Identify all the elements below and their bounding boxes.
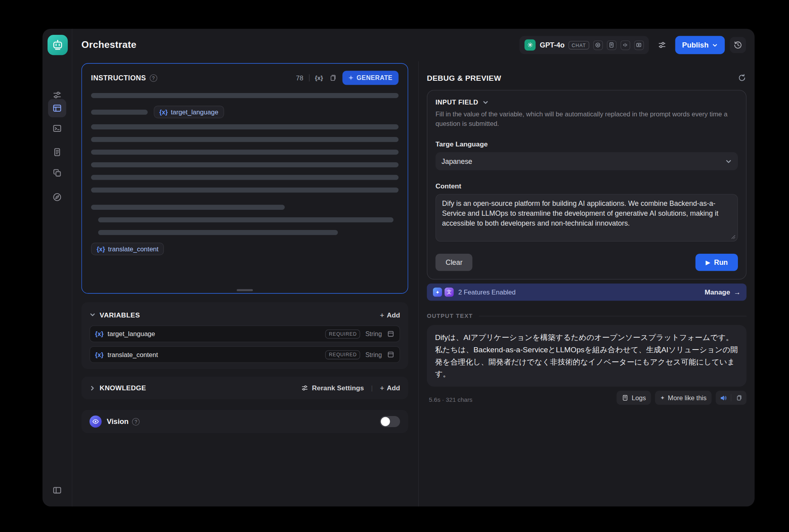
more-like-this-label: More like this	[668, 394, 707, 401]
collapse-sidebar-icon[interactable]	[52, 485, 63, 496]
variable-name: target_language	[108, 330, 155, 338]
skeleton-line	[91, 188, 398, 193]
char-count: 78	[296, 74, 303, 82]
add-variable-button[interactable]: + Add	[380, 311, 400, 319]
feature-sparkle-icon: ✦	[433, 288, 442, 297]
audio-capability-icon	[620, 40, 630, 50]
toggle-knob	[381, 417, 390, 426]
rail-item-terminal[interactable]	[52, 124, 63, 134]
divider	[309, 74, 309, 82]
variable-row-translate-content[interactable]: {x} translate_content REQUIRED String	[90, 346, 400, 363]
instructions-editor[interactable]: INSTRUCTIONS ? 78 {x} ✦ GENERATE	[82, 63, 408, 294]
clear-button[interactable]: Clear	[435, 254, 473, 271]
copy-prompt-icon[interactable]	[329, 74, 337, 82]
variable-chip-translate-content[interactable]: {x} translate_content	[91, 243, 164, 255]
run-button[interactable]: ▶ Run	[696, 254, 738, 271]
variables-title: VARIABLES	[100, 311, 140, 319]
vision-capability-icon	[593, 40, 602, 50]
generate-button[interactable]: ✦ GENERATE	[342, 71, 398, 85]
variable-icon: {x}	[95, 330, 103, 337]
topbar-right: ✳ GPT-4o CHAT	[520, 36, 746, 54]
chevron-right-icon[interactable]	[90, 385, 95, 391]
chevron-down-icon	[482, 99, 488, 105]
output-actions-pill	[716, 391, 747, 405]
content-textarea[interactable]: Dify is an open-source platform for buil…	[435, 194, 738, 241]
more-like-this-button[interactable]: ✦ More like this	[655, 391, 712, 405]
add-knowledge-button[interactable]: + Add	[380, 384, 400, 392]
variable-icon: {x}	[97, 245, 105, 253]
chevron-down-icon[interactable]	[90, 312, 95, 318]
vision-toggle[interactable]	[380, 416, 400, 427]
rail-item-explore-compass[interactable]	[52, 192, 63, 202]
plus-icon: +	[380, 311, 384, 319]
content-value: Dify is an open-source platform for buil…	[442, 199, 718, 227]
debug-preview-panel: DEBUG & PREVIEW INPUT FIELD Fill in the …	[418, 61, 755, 507]
target-language-value: Japanese	[442, 157, 473, 165]
output-text-title: OUTPUT TEXT	[427, 313, 473, 319]
orchestrate-settings-icon[interactable]	[52, 90, 63, 100]
rerank-label: Rerank Settings	[312, 384, 364, 391]
target-language-select[interactable]: Japanese	[435, 152, 738, 170]
prompt-text-skeleton: {x} target_language {x} translate_conten…	[91, 93, 398, 255]
vision-label: Vision	[107, 418, 128, 426]
copy-output-icon[interactable]	[731, 391, 746, 405]
page-title: Orchestrate	[82, 40, 137, 51]
add-label: Add	[387, 384, 400, 391]
variable-icon: {x}	[95, 351, 103, 358]
rerank-settings-button[interactable]: Rerank Settings	[301, 384, 364, 391]
skeleton-line	[91, 150, 398, 155]
output-text: Difyは、AIアプリケーションを構築するためのオープンソースプラットフォームで…	[435, 333, 738, 378]
input-field-title: INPUT FIELD	[435, 99, 478, 106]
left-rail	[42, 29, 72, 507]
output-footer: 5.6s · 321 chars Logs ✦ More like this	[427, 391, 747, 405]
resize-corner-icon[interactable]	[731, 234, 735, 239]
manage-label: Manage	[705, 288, 730, 296]
plus-icon: +	[380, 384, 384, 392]
variable-row-target-language[interactable]: {x} target_language REQUIRED String	[90, 325, 400, 342]
run-label: Run	[714, 258, 728, 266]
orchestrate-panel: INSTRUCTIONS ? 78 {x} ✦ GENERATE	[72, 61, 418, 507]
divider: |	[371, 384, 373, 391]
clear-label: Clear	[446, 258, 463, 266]
resize-handle[interactable]	[237, 289, 253, 291]
model-name: GPT-4o	[540, 41, 565, 49]
stage: Orchestrate ✳ GPT-4o CHAT	[0, 0, 789, 532]
parameters-icon[interactable]	[654, 37, 670, 53]
edit-variable-icon[interactable]	[387, 330, 394, 338]
knowledge-title: KNOWLEDGE	[100, 384, 146, 391]
vision-eye-icon	[90, 416, 102, 428]
rerank-sliders-icon	[301, 384, 309, 391]
instructions-title: INSTRUCTIONS	[91, 74, 146, 82]
skeleton-line	[91, 137, 398, 142]
add-label: Add	[387, 311, 400, 319]
speaker-icon[interactable]	[716, 391, 731, 405]
input-field-card: INPUT FIELD Fill in the value of the var…	[427, 90, 747, 279]
history-clock-icon	[734, 40, 743, 49]
variable-chip-label: translate_content	[108, 245, 158, 253]
chevron-down-icon	[725, 158, 732, 165]
insert-variable-icon[interactable]: {x}	[315, 74, 323, 82]
rail-item-orchestrate-active[interactable]	[48, 99, 66, 117]
features-enabled-bar[interactable]: ✦ 文 2 Features Enabled Manage →	[427, 283, 747, 300]
skeleton-line	[91, 109, 148, 114]
arrow-right-icon: →	[734, 288, 740, 296]
manage-features-button[interactable]: Manage →	[705, 288, 740, 296]
edit-variable-icon[interactable]	[387, 351, 394, 358]
publish-label: Publish	[682, 41, 709, 49]
publish-button[interactable]: Publish	[675, 36, 725, 54]
variable-name: translate_content	[108, 351, 158, 358]
rail-item-logs[interactable]	[52, 147, 63, 158]
input-field-header[interactable]: INPUT FIELD	[435, 99, 738, 106]
history-button[interactable]	[730, 37, 746, 53]
help-icon[interactable]: ?	[149, 74, 157, 82]
chevron-down-icon	[712, 42, 718, 48]
variable-chip-target-language[interactable]: {x} target_language	[154, 106, 224, 118]
model-selector[interactable]: ✳ GPT-4o CHAT	[520, 36, 649, 54]
restart-conversation-icon[interactable]	[738, 73, 747, 82]
rail-item-annotation[interactable]	[52, 168, 63, 178]
sparkle-icon: ✦	[660, 395, 665, 401]
skeleton-line	[91, 205, 285, 210]
logs-button[interactable]: Logs	[617, 391, 651, 405]
app-logo[interactable]	[48, 35, 68, 55]
help-icon[interactable]: ?	[132, 418, 140, 425]
